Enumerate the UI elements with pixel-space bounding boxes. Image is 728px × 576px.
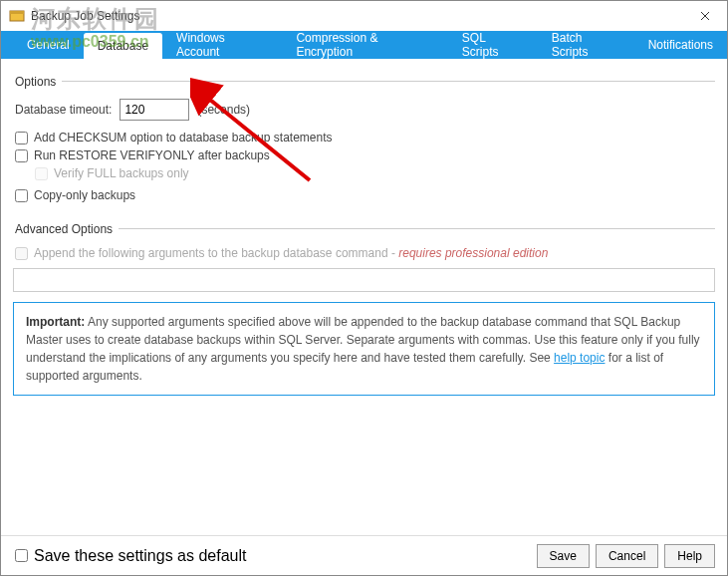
tab-database[interactable]: Database	[84, 33, 162, 59]
timeout-input[interactable]	[120, 99, 189, 121]
save-default-label: Save these settings as default	[34, 547, 246, 565]
verify-full-label: Verify FULL backups only	[54, 166, 189, 180]
tab-sql-scripts[interactable]: SQL Scripts	[448, 31, 538, 59]
titlebar: Backup Job Settings	[1, 1, 727, 31]
footer: Save these settings as default Save Canc…	[1, 535, 727, 575]
close-icon	[700, 11, 710, 21]
append-args-checkbox	[15, 247, 28, 260]
app-icon	[9, 8, 25, 24]
tab-batch-scripts[interactable]: Batch Scripts	[538, 31, 634, 59]
append-args-input	[13, 268, 715, 292]
help-button[interactable]: Help	[664, 544, 715, 568]
tab-compression[interactable]: Compression & Encryption	[282, 31, 447, 59]
cancel-button[interactable]: Cancel	[596, 544, 658, 568]
info-important: Important:	[26, 315, 85, 329]
tab-bar: General Database Windows Account Compres…	[1, 31, 727, 59]
checksum-label: Add CHECKSUM option to database backup s…	[34, 131, 333, 144]
tab-general[interactable]: General	[13, 31, 84, 59]
svg-rect-1	[10, 11, 24, 14]
tab-windows-account[interactable]: Windows Account	[162, 31, 282, 59]
info-box: Important: Any supported arguments speci…	[13, 302, 715, 396]
copy-only-label: Copy-only backups	[34, 188, 135, 202]
timeout-label: Database timeout:	[15, 103, 112, 117]
timeout-unit: (seconds)	[197, 103, 250, 117]
save-button[interactable]: Save	[537, 544, 590, 568]
tab-notifications[interactable]: Notifications	[634, 31, 727, 59]
append-args-label: Append the following arguments to the ba…	[34, 246, 548, 260]
copy-only-checkbox[interactable]	[15, 189, 28, 202]
content-panel: Options Database timeout: (seconds) Add …	[1, 59, 727, 406]
save-default-checkbox[interactable]	[15, 549, 28, 562]
verify-full-checkbox	[35, 167, 48, 180]
checksum-checkbox[interactable]	[15, 132, 28, 144]
options-legend: Options	[15, 75, 56, 89]
advanced-legend: Advanced Options	[15, 222, 113, 236]
help-topic-link[interactable]: help topic	[554, 351, 605, 365]
restore-verify-label: Run RESTORE VERIFYONLY after backups	[34, 148, 270, 162]
restore-verify-checkbox[interactable]	[15, 149, 28, 162]
window-title: Backup Job Settings	[31, 9, 139, 23]
close-button[interactable]	[682, 1, 727, 31]
